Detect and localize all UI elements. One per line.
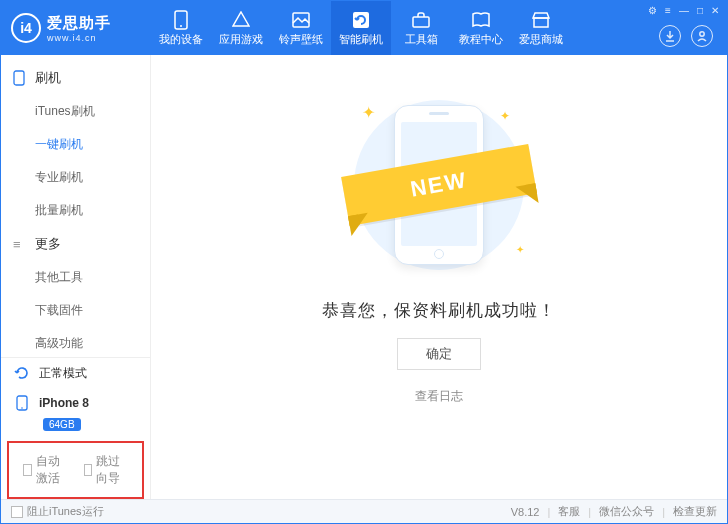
nav-label: 应用游戏 <box>219 32 263 47</box>
app-url: www.i4.cn <box>47 33 111 43</box>
block-itunes-checkbox[interactable]: 阻止iTunes运行 <box>11 504 104 519</box>
nav-label: 我的设备 <box>159 32 203 47</box>
sidebar-section-label: 更多 <box>35 235 61 253</box>
checkbox-label: 跳过向导 <box>96 453 128 487</box>
sidebar-item-download-firmware[interactable]: 下载固件 <box>1 294 150 327</box>
footer: 阻止iTunes运行 V8.12 | 客服 | 微信公众号 | 检查更新 <box>1 499 727 523</box>
header: i4 爱思助手 www.i4.cn 我的设备 应用游戏 铃声壁纸 智能刷机 <box>1 1 727 55</box>
apps-icon <box>231 10 251 30</box>
minimize-icon[interactable]: — <box>679 5 689 16</box>
auto-activate-checkbox[interactable]: 自动激活 <box>23 453 68 487</box>
book-icon <box>471 10 491 30</box>
body: 刷机 iTunes刷机 一键刷机 专业刷机 批量刷机 ≡ 更多 其他工具 下载固… <box>1 55 727 499</box>
user-icon[interactable] <box>691 25 713 47</box>
nav-label: 智能刷机 <box>339 32 383 47</box>
menu-icon[interactable]: ≡ <box>665 5 671 16</box>
nav-label: 爱思商城 <box>519 32 563 47</box>
phone-device-icon <box>13 394 31 412</box>
toolbox-icon <box>411 10 431 30</box>
nav-ringtones[interactable]: 铃声壁纸 <box>271 1 331 55</box>
svg-point-9 <box>21 407 23 409</box>
checkbox-label: 阻止iTunes运行 <box>27 504 104 519</box>
highlighted-options: 自动激活 跳过向导 <box>7 441 144 499</box>
phone-icon <box>171 10 191 30</box>
svg-rect-5 <box>534 18 548 27</box>
nav-apps[interactable]: 应用游戏 <box>211 1 271 55</box>
sidebar-bottom: 正常模式 iPhone 8 64GB 自动激活 跳过向导 <box>1 357 150 499</box>
view-log-link[interactable]: 查看日志 <box>415 388 463 405</box>
sidebar: 刷机 iTunes刷机 一键刷机 专业刷机 批量刷机 ≡ 更多 其他工具 下载固… <box>1 55 151 499</box>
sidebar-section-flash[interactable]: 刷机 <box>1 61 150 95</box>
sidebar-item-other-tools[interactable]: 其他工具 <box>1 261 150 294</box>
download-icon[interactable] <box>659 25 681 47</box>
nav-flash[interactable]: 智能刷机 <box>331 1 391 55</box>
phone-small-icon <box>13 70 29 86</box>
check-update-link[interactable]: 检查更新 <box>673 504 717 519</box>
sidebar-item-pro-flash[interactable]: 专业刷机 <box>1 161 150 194</box>
logo-icon: i4 <box>11 13 41 43</box>
support-link[interactable]: 客服 <box>558 504 580 519</box>
version-label: V8.12 <box>511 506 540 518</box>
device-row[interactable]: iPhone 8 <box>1 388 150 418</box>
list-icon: ≡ <box>13 237 29 252</box>
svg-rect-3 <box>353 12 369 28</box>
sidebar-item-batch-flash[interactable]: 批量刷机 <box>1 194 150 227</box>
header-right-buttons <box>659 25 713 47</box>
nav-label: 工具箱 <box>405 32 438 47</box>
app-window: i4 爱思助手 www.i4.cn 我的设备 应用游戏 铃声壁纸 智能刷机 <box>0 0 728 524</box>
mode-label: 正常模式 <box>39 365 87 382</box>
device-name: iPhone 8 <box>39 396 89 410</box>
logo: i4 爱思助手 www.i4.cn <box>11 13 151 43</box>
success-message: 恭喜您，保资料刷机成功啦！ <box>322 299 556 322</box>
settings-icon[interactable]: ⚙ <box>648 5 657 16</box>
close-icon[interactable]: ✕ <box>711 5 719 16</box>
checkbox-label: 自动激活 <box>36 453 68 487</box>
sidebar-item-itunes-flash[interactable]: iTunes刷机 <box>1 95 150 128</box>
nav-toolbox[interactable]: 工具箱 <box>391 1 451 55</box>
sidebar-section-label: 刷机 <box>35 69 61 87</box>
wallpaper-icon <box>291 10 311 30</box>
sidebar-section-more[interactable]: ≡ 更多 <box>1 227 150 261</box>
svg-rect-4 <box>413 17 429 27</box>
top-nav: 我的设备 应用游戏 铃声壁纸 智能刷机 工具箱 教程中心 <box>151 1 571 55</box>
nav-store[interactable]: 爱思商城 <box>511 1 571 55</box>
wechat-link[interactable]: 微信公众号 <box>599 504 654 519</box>
sidebar-item-oneclick-flash[interactable]: 一键刷机 <box>1 128 150 161</box>
storage-badge: 64GB <box>43 418 81 431</box>
mode-row[interactable]: 正常模式 <box>1 358 150 388</box>
svg-point-6 <box>700 32 704 36</box>
sidebar-item-advanced[interactable]: 高级功能 <box>1 327 150 357</box>
svg-point-1 <box>180 25 182 27</box>
nav-label: 铃声壁纸 <box>279 32 323 47</box>
store-icon <box>531 10 551 30</box>
refresh-icon <box>13 364 31 382</box>
skip-guide-checkbox[interactable]: 跳过向导 <box>84 453 129 487</box>
ok-button[interactable]: 确定 <box>397 338 481 370</box>
nav-my-device[interactable]: 我的设备 <box>151 1 211 55</box>
nav-tutorial[interactable]: 教程中心 <box>451 1 511 55</box>
svg-rect-7 <box>14 71 24 85</box>
flash-icon <box>351 10 371 30</box>
maximize-icon[interactable]: □ <box>697 5 703 16</box>
app-name: 爱思助手 <box>47 14 111 33</box>
success-illustration: ✦ ✦ ✦ NEW <box>324 95 554 275</box>
window-controls: ⚙ ≡ — □ ✕ <box>648 1 727 16</box>
main-content: ✦ ✦ ✦ NEW 恭喜您，保资料刷机成功啦！ 确定 查看日志 <box>151 55 727 499</box>
nav-label: 教程中心 <box>459 32 503 47</box>
